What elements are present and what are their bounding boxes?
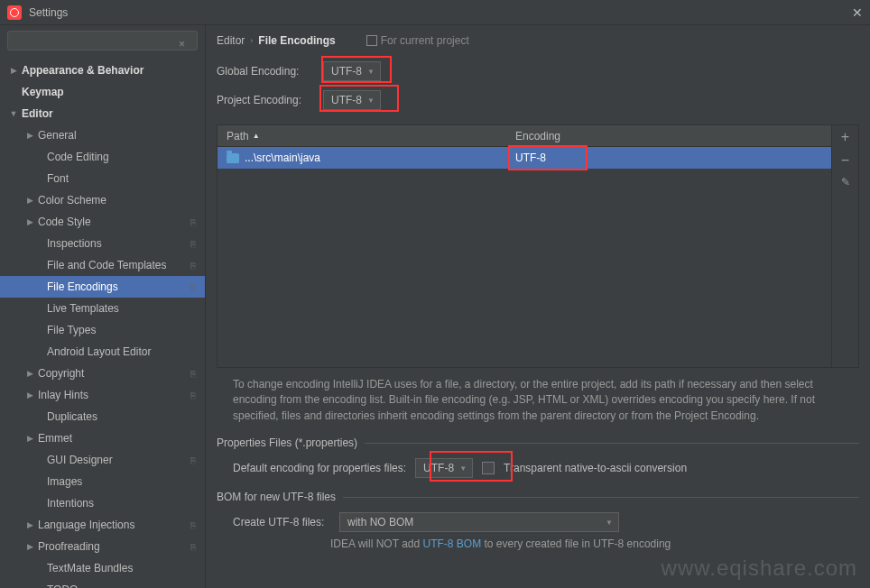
- path-column-header[interactable]: Path ▲: [218, 130, 506, 142]
- window-title: Settings: [29, 6, 68, 19]
- bom-fieldset: BOM for new UTF-8 files Create UTF-8 fil…: [217, 491, 859, 554]
- tree-arrow-icon: ▶: [25, 542, 34, 551]
- sidebar-item-code-style[interactable]: ▶Code Style⎘: [0, 211, 205, 233]
- sidebar-item-code-editing[interactable]: Code Editing: [0, 146, 205, 168]
- close-icon[interactable]: ✕: [852, 5, 863, 20]
- sidebar-item-keymap[interactable]: Keymap: [0, 81, 205, 103]
- project-badge-icon: ⎘: [190, 261, 196, 271]
- caret-down-icon: ▼: [606, 519, 613, 527]
- scope-label: For current project: [366, 34, 469, 47]
- breadcrumb: Editor › File Encodings For current proj…: [217, 34, 859, 47]
- settings-tree: ▶Appearance & BehaviorKeymap▼Editor▶Gene…: [0, 56, 205, 588]
- sidebar-item-todo[interactable]: TODO: [0, 579, 205, 588]
- sidebar-item-editor[interactable]: ▼Editor: [0, 103, 205, 124]
- sidebar-item-label: Duplicates: [47, 410, 97, 423]
- sidebar-item-file-encodings[interactable]: File Encodings⎘: [0, 276, 205, 298]
- sidebar-item-label: Code Style: [38, 216, 91, 228]
- project-badge-icon: ⎘: [190, 542, 196, 552]
- project-badge-icon: ⎘: [190, 239, 196, 249]
- chevron-right-icon: ›: [250, 36, 253, 45]
- sort-asc-icon: ▲: [253, 132, 260, 140]
- encoding-column-header[interactable]: Encoding: [506, 130, 569, 142]
- project-badge-icon: ⎘: [190, 369, 196, 379]
- project-scope-icon: [366, 35, 377, 46]
- sidebar-item-label: Keymap: [22, 86, 64, 98]
- sidebar-item-label: GUI Designer: [47, 454, 113, 466]
- sidebar-item-label: Copyright: [38, 367, 84, 380]
- sidebar-item-label: Live Templates: [47, 302, 119, 315]
- native-ascii-label: Transparent native-to-ascii conversion: [504, 462, 687, 474]
- encoding-cell: UTF-8: [506, 152, 555, 164]
- add-icon[interactable]: +: [841, 129, 849, 145]
- caret-down-icon: ▼: [459, 464, 467, 473]
- sidebar: ⌕ × ▶Appearance & BehaviorKeymap▼Editor▶…: [0, 25, 206, 588]
- sidebar-item-duplicates[interactable]: Duplicates: [0, 406, 205, 427]
- sidebar-item-font[interactable]: Font: [0, 168, 205, 189]
- title-bar: Settings ✕: [0, 0, 870, 25]
- encoding-table: Path ▲ Encoding ...\src\main\java UTF-8 …: [217, 124, 859, 368]
- bom-hint: IDEA will NOT add UTF-8 BOM to every cre…: [330, 537, 859, 550]
- sidebar-item-file-types[interactable]: File Types: [0, 319, 205, 341]
- description-text: To change encoding IntelliJ IDEA uses fo…: [217, 368, 859, 427]
- content-pane: Editor › File Encodings For current proj…: [206, 25, 870, 588]
- sidebar-item-proofreading[interactable]: ▶Proofreading⎘: [0, 536, 205, 557]
- sidebar-item-live-templates[interactable]: Live Templates: [0, 298, 205, 319]
- table-row[interactable]: ...\src\main\java UTF-8: [218, 147, 831, 169]
- caret-down-icon: ▼: [367, 68, 375, 76]
- edit-icon[interactable]: ✎: [841, 176, 850, 188]
- tree-arrow-icon: ▶: [25, 369, 34, 378]
- sidebar-item-android-layout-editor[interactable]: Android Layout Editor: [0, 341, 205, 363]
- tree-arrow-icon: ▶: [9, 66, 18, 75]
- sidebar-item-label: Font: [47, 172, 69, 185]
- sidebar-item-intentions[interactable]: Intentions: [0, 492, 205, 514]
- bom-combo[interactable]: with NO BOM ▼: [339, 512, 619, 532]
- tree-arrow-icon: ▶: [25, 131, 34, 140]
- properties-encoding-combo[interactable]: UTF-8 ▼: [415, 458, 473, 478]
- tree-arrow-icon: ▶: [25, 390, 34, 400]
- sidebar-item-language-injections[interactable]: ▶Language Injections⎘: [0, 514, 205, 536]
- project-badge-icon: ⎘: [190, 217, 196, 227]
- project-badge-icon: ⎘: [190, 520, 196, 530]
- sidebar-item-label: File Types: [47, 324, 96, 336]
- clear-search-icon[interactable]: ×: [179, 38, 185, 51]
- sidebar-item-gui-designer[interactable]: GUI Designer⎘: [0, 449, 205, 471]
- sidebar-item-images[interactable]: Images: [0, 471, 205, 492]
- sidebar-item-label: Inspections: [47, 237, 102, 250]
- sidebar-item-label: Appearance & Behavior: [22, 64, 143, 77]
- properties-encoding-label: Default encoding for properties files:: [233, 462, 406, 474]
- global-encoding-label: Global Encoding:: [217, 65, 323, 78]
- tree-arrow-icon: ▶: [25, 217, 34, 226]
- sidebar-item-textmate-bundles[interactable]: TextMate Bundles: [0, 557, 205, 579]
- tree-arrow-icon: ▶: [25, 434, 34, 443]
- project-badge-icon: ⎘: [190, 282, 196, 292]
- project-badge-icon: ⎘: [190, 455, 196, 465]
- utf8-bom-link[interactable]: UTF-8 BOM: [422, 537, 481, 550]
- table-toolbar: + − ✎: [831, 125, 858, 367]
- properties-fieldset: Properties Files (*.properties) Default …: [217, 436, 859, 482]
- breadcrumb-parent[interactable]: Editor: [217, 34, 245, 47]
- global-encoding-combo[interactable]: UTF-8 ▼: [323, 61, 381, 81]
- caret-down-icon: ▼: [367, 96, 375, 105]
- sidebar-item-label: Images: [47, 475, 82, 488]
- sidebar-item-inspections[interactable]: Inspections⎘: [0, 233, 205, 254]
- sidebar-item-label: Color Scheme: [38, 194, 106, 207]
- sidebar-item-label: TODO: [47, 583, 78, 588]
- sidebar-item-label: File Encodings: [47, 280, 118, 293]
- sidebar-item-general[interactable]: ▶General: [0, 124, 205, 146]
- native-ascii-checkbox[interactable]: [482, 462, 495, 474]
- breadcrumb-current: File Encodings: [258, 34, 335, 47]
- project-encoding-combo[interactable]: UTF-8 ▼: [323, 90, 381, 110]
- sidebar-item-color-scheme[interactable]: ▶Color Scheme: [0, 189, 205, 211]
- sidebar-item-label: Language Injections: [38, 519, 134, 531]
- sidebar-item-emmet[interactable]: ▶Emmet: [0, 427, 205, 449]
- search-input[interactable]: [7, 31, 198, 51]
- sidebar-item-appearance-behavior[interactable]: ▶Appearance & Behavior: [0, 60, 205, 81]
- sidebar-item-file-and-code-templates[interactable]: File and Code Templates⎘: [0, 254, 205, 276]
- watermark: www.eqishare.com: [662, 556, 857, 581]
- sidebar-item-copyright[interactable]: ▶Copyright⎘: [0, 363, 205, 384]
- project-encoding-label: Project Encoding:: [217, 94, 323, 106]
- remove-icon[interactable]: −: [841, 152, 849, 169]
- path-cell: ...\src\main\java: [245, 152, 320, 164]
- sidebar-item-inlay-hints[interactable]: ▶Inlay Hints⎘: [0, 384, 205, 406]
- sidebar-item-label: Editor: [22, 107, 53, 120]
